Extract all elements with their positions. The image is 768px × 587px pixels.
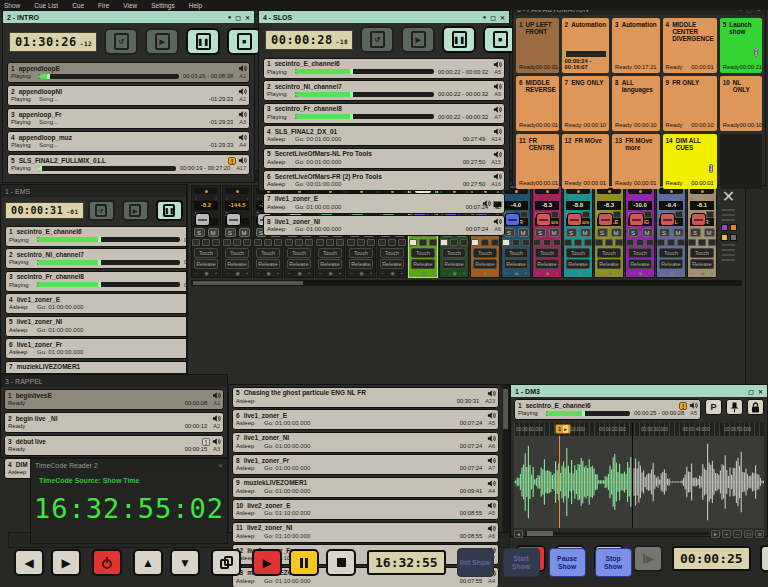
touch-button[interactable]: Touch [535,248,559,258]
playhead[interactable] [632,436,634,528]
release-button[interactable]: Release [194,259,218,269]
db-toggle[interactable] [520,211,528,218]
automation-mode-button[interactable] [657,239,665,246]
automation-mode-button[interactable] [285,239,293,246]
close-icon[interactable]: ▪ [711,270,713,276]
automation-mode-button[interactable] [677,239,685,246]
menu-item-view[interactable]: View [123,2,137,9]
move-down-button[interactable]: ▼ [170,549,200,576]
release-button[interactable]: Release [287,259,311,269]
cue-row[interactable]: 7live1_zoner_NlAsleepGo: 01:00:00.00000:… [232,432,499,453]
automation-mode-button[interactable] [212,239,220,246]
cue-row[interactable]: 1secintro_E_channel6Playing00:00:22 - 00… [263,58,505,79]
sidebar-item[interactable] [722,209,735,211]
minimize-icon[interactable]: − [536,270,539,276]
automation-mode-button[interactable] [626,239,634,246]
close-icon[interactable]: ▪ [587,270,589,276]
mute-button[interactable]: M [239,228,250,237]
play-cue-button[interactable]: ▶ [401,26,435,53]
automation-mode-button[interactable] [202,239,210,246]
cue-row[interactable]: 7live1_zoner_EAsleepGo: 01:00:00.00000:0… [263,193,505,214]
close-icon[interactable]: ▪ [463,270,465,276]
automation-mode-button[interactable] [429,239,437,246]
reload-cue-button[interactable]: ↺ [104,28,138,55]
mixer-hscrollbar[interactable] [191,280,742,286]
minimize-icon[interactable]: − [505,270,508,276]
reload-cue-button[interactable]: ↺ [88,200,115,221]
release-button[interactable]: Release [349,259,373,269]
cue-row[interactable]: 4SLS_FINAL2_DX_01AsleepGo: 00:01:00.0000… [263,125,505,146]
pan-cue-button[interactable]: 10NL ONLYReady00:00:10 [720,76,762,131]
fader-handle[interactable] [629,213,644,226]
waveform-hscrollbar[interactable] [525,532,709,535]
automation-mode-button[interactable] [367,239,375,246]
close-icon[interactable]: ▪ [649,270,651,276]
solo-button[interactable]: S [690,228,701,237]
mixer-strip-salle[interactable]: ‹›-8.3M07SALLESMTouchRelease−◉▪ [594,185,624,278]
automation-mode-button[interactable] [388,239,396,246]
window-titlebar[interactable]: 3 - RAPPEL [1,375,227,387]
pan-cue-button[interactable]: 2Automation00:00:24 - 00:16:07 [562,18,610,73]
pause-all-button[interactable] [289,549,319,576]
automation-mode-button[interactable] [512,239,520,246]
touch-button[interactable]: Touch [287,248,311,258]
fader-handle[interactable] [598,213,613,226]
color-chip[interactable] [730,224,737,231]
menu-item-help[interactable]: Help [189,2,202,9]
minimize-icon[interactable]: − [350,270,353,276]
automation-mode-button[interactable] [264,239,272,246]
touch-button[interactable]: Touch [628,248,652,258]
power-button[interactable] [92,549,122,576]
pin-icon[interactable]: ● [228,14,232,20]
cue-marker[interactable]: 1▸ [555,424,571,434]
zoom-in-icon[interactable]: + [722,530,731,538]
cue-row[interactable]: 1secintro_E_channel6!Playing00:00:25 - 0… [514,399,701,420]
automation-mode-button[interactable] [553,239,561,246]
cue-row[interactable]: 1beginlivesEReady00:00:08A1 [4,389,224,410]
touch-button[interactable]: Touch [380,248,404,258]
menu-item-cue-list[interactable]: Cue List [34,2,58,9]
fader-handle[interactable] [567,213,582,226]
pause-cue-button[interactable]: ❚❚ [156,200,183,221]
mute-button[interactable]: M [611,228,622,237]
close-icon[interactable]: ▪ [215,270,217,276]
color-chip[interactable] [730,234,737,241]
automation-mode-button[interactable] [336,239,344,246]
pin-button[interactable] [726,399,743,415]
sidebar-item[interactable] [722,254,735,256]
close-icon[interactable]: ▪ [525,270,527,276]
cue-row[interactable]: 6live1_zoner_FrAsleepGo: 01:00:00.000 [5,338,187,359]
db-toggle[interactable] [613,211,621,218]
release-button[interactable]: Release [225,259,249,269]
touch-button[interactable]: Touch [256,248,280,258]
automation-mode-button[interactable] [636,239,644,246]
minimize-icon[interactable]: − [288,270,291,276]
touch-button[interactable]: Touch [442,248,466,258]
window-titlebar[interactable]: 2 - INTRO ● ▢ ✕ [3,11,254,23]
minimize-icon[interactable]: − [381,270,384,276]
close-icon[interactable]: ✕ [758,388,763,395]
color-chip[interactable] [721,234,728,241]
pan-cue-button[interactable]: 4MIDDLE CENTER DIVERGENCEReady00:00:01 [663,18,717,73]
mixer-strip-h-fr[interactable]: ‹›-8.1M10H FRSMTouchRelease−◉▪ [687,185,717,278]
move-up-button[interactable]: ▲ [133,549,163,576]
db-toggle[interactable] [706,211,714,218]
fader-handle[interactable] [226,213,241,226]
sidebar-item[interactable] [722,259,735,261]
sidebar-item[interactable] [722,219,735,221]
automation-mode-button[interactable] [605,239,613,246]
release-button[interactable]: Release [380,259,404,269]
cue-progressbar[interactable] [37,260,180,265]
close-icon[interactable]: ▪ [556,270,558,276]
cue-progressbar[interactable] [37,282,180,287]
cue-row[interactable]: 8live1_zoner_FrAsleepGo: 01:00:00.00000:… [232,454,499,475]
vertical-scrollbar[interactable] [502,385,509,532]
close-icon[interactable]: ✕ [500,14,505,21]
color-chip[interactable] [721,224,728,231]
touch-button[interactable]: Touch [566,248,590,258]
automation-mode-button[interactable] [316,239,324,246]
close-icon[interactable]: ▪ [494,270,496,276]
cue-row[interactable]: 2secintro_Nl_channel7Playing00:00:22 - 0… [263,80,505,101]
release-button[interactable]: Release [411,259,435,269]
cue-row[interactable]: 10live2_zoner_EAsleepGo: 01:10:00.00000:… [232,499,499,520]
